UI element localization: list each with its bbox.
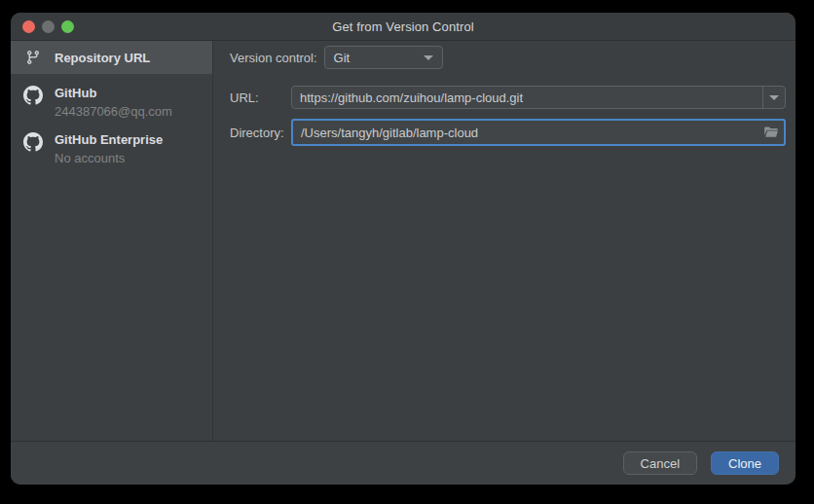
close-button[interactable]: [22, 20, 35, 33]
github-icon: [11, 84, 55, 105]
url-dropdown-button[interactable]: [762, 87, 785, 108]
dialog-footer: Cancel Clone: [11, 441, 796, 485]
version-control-value: Git: [334, 51, 351, 65]
sidebar-item-label: GitHub Enterprise: [55, 130, 163, 149]
browse-folder-button[interactable]: [758, 125, 784, 140]
titlebar: Get from Version Control: [11, 13, 796, 41]
url-combobox: [291, 86, 786, 109]
sidebar-item-github[interactable]: GitHub 244387066@qq.com: [11, 84, 212, 121]
chevron-down-icon: [769, 95, 779, 100]
folder-icon: [763, 125, 779, 140]
sidebar-item-repository-url[interactable]: Repository URL: [11, 41, 212, 74]
url-input[interactable]: [292, 87, 762, 108]
traffic-lights: [22, 20, 74, 33]
sidebar-item-subtitle: No accounts: [55, 149, 163, 167]
version-control-label: Version control:: [230, 51, 317, 65]
minimize-button: [42, 20, 55, 33]
sidebar-item-label: GitHub: [55, 84, 172, 102]
directory-label: Directory:: [230, 126, 291, 140]
chevron-down-icon: [424, 55, 433, 60]
main-panel: Version control: Git URL: Directory:: [213, 41, 796, 441]
url-label: URL:: [230, 90, 291, 105]
directory-input[interactable]: [293, 126, 758, 140]
zoom-button[interactable]: [61, 20, 74, 33]
version-control-select[interactable]: Git: [324, 46, 443, 69]
sidebar-item-github-enterprise[interactable]: GitHub Enterprise No accounts: [11, 130, 212, 167]
git-branch-icon: [11, 50, 55, 65]
sidebar-item-subtitle: 244387066@qq.com: [55, 102, 172, 121]
sidebar: Repository URL GitHub 244387066@qq.com: [11, 41, 213, 441]
cancel-button[interactable]: Cancel: [623, 451, 697, 475]
directory-field: [291, 119, 786, 146]
sidebar-item-label: Repository URL: [55, 49, 150, 67]
window-title: Get from Version Control: [332, 19, 473, 34]
clone-button[interactable]: Clone: [711, 451, 779, 475]
get-from-version-control-dialog: Get from Version Control Repository URL: [11, 13, 796, 485]
github-icon: [11, 130, 55, 152]
